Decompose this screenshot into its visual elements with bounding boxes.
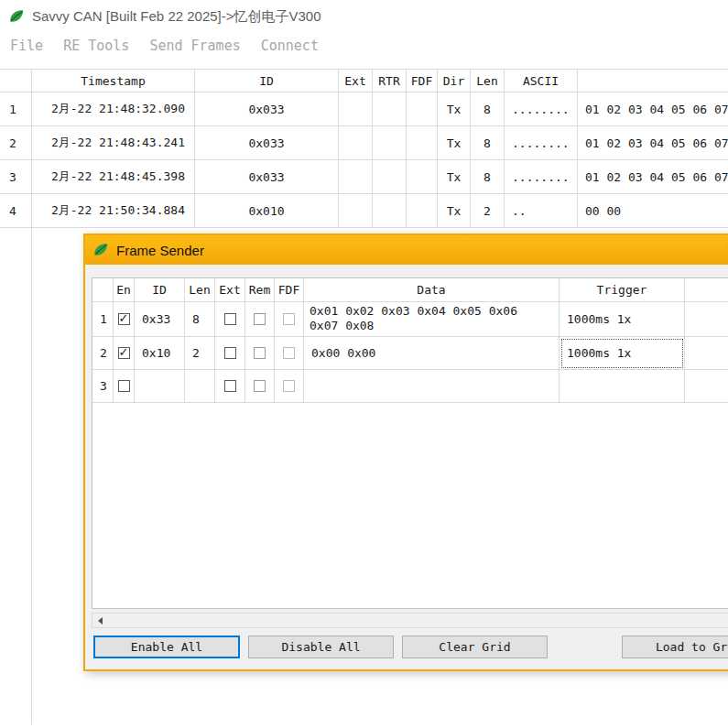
id-cell[interactable]: 0x33 [135,302,185,337]
timestamp-cell[interactable]: 2月-22 21:48:43.241 [32,126,195,160]
extra-cell[interactable] [685,302,728,337]
id-cell[interactable] [135,370,185,403]
extra-cell[interactable] [685,370,728,403]
en-checkbox[interactable] [118,380,130,392]
fdf-checkbox-cell[interactable] [275,370,304,403]
col-header-ascii[interactable]: ASCII [505,70,578,92]
col-header-data[interactable]: Data [304,278,560,302]
len-cell[interactable] [185,370,215,403]
disable-all-button[interactable]: Disable All [248,636,394,658]
col-header-fdf[interactable]: FDF [407,70,438,92]
fdf-checkbox[interactable] [283,347,295,359]
rem-checkbox[interactable] [254,347,266,359]
ascii-cell[interactable]: ........ [505,92,578,126]
ascii-cell[interactable]: ........ [505,160,578,194]
data-bytes-cell[interactable]: 01 02 03 04 05 06 07 0 [578,92,728,126]
fdf-cell[interactable] [407,160,438,194]
rtr-cell[interactable] [373,92,407,126]
ext-cell[interactable] [339,160,373,194]
col-header-rem[interactable]: Rem [245,278,275,302]
data-cell[interactable]: 0x01 0x02 0x03 0x04 0x05 0x06 0x07 0x08 [304,302,560,337]
ext-cell[interactable] [339,194,373,228]
ascii-cell[interactable]: .. [505,194,578,228]
col-header-id[interactable]: ID [135,278,185,302]
fdf-checkbox[interactable] [283,313,295,325]
timestamp-cell[interactable]: 2月-22 21:48:32.090 [32,92,195,126]
frame-sender-titlebar[interactable]: Frame Sender [85,235,728,265]
fdf-checkbox-cell[interactable] [275,337,304,370]
data-bytes-cell[interactable]: 01 02 03 04 05 06 07 0 [578,160,728,194]
col-header-id[interactable]: ID [195,70,339,92]
window-titlebar[interactable]: Savvy CAN [Built Feb 22 2025]->忆创电子V300 [0,0,728,33]
id-cell[interactable]: 0x033 [195,92,339,126]
trigger-cell[interactable] [560,370,685,403]
col-header-extra[interactable] [685,278,728,302]
ext-checkbox-cell[interactable] [215,302,245,337]
ext-checkbox[interactable] [224,313,236,325]
id-cell[interactable]: 0x033 [195,160,339,194]
id-cell[interactable]: 0x033 [195,126,339,160]
load-to-grid-button[interactable]: Load to Gri [622,636,728,658]
len-cell[interactable]: 2 [471,194,505,228]
extra-cell[interactable] [685,337,728,370]
len-cell[interactable]: 8 [471,126,505,160]
dir-cell[interactable]: Tx [438,160,471,194]
enable-all-button[interactable]: Enable All [93,636,240,658]
col-header-data[interactable] [578,70,728,92]
col-header-en[interactable]: En [114,278,135,302]
col-header-dir[interactable]: Dir [438,70,471,92]
rem-checkbox-cell[interactable] [245,302,275,337]
fdf-cell[interactable] [407,126,438,160]
col-header-fdf[interactable]: FDF [275,278,304,302]
timestamp-cell[interactable]: 2月-22 21:50:34.884 [32,194,195,228]
ext-checkbox-cell[interactable] [215,370,245,403]
rtr-cell[interactable] [373,194,407,228]
len-cell[interactable]: 2 [185,337,215,370]
len-cell[interactable]: 8 [185,302,215,337]
clear-grid-button[interactable]: Clear Grid [402,636,548,658]
trigger-cell[interactable]: 1000ms 1x [560,302,685,337]
rtr-cell[interactable] [373,160,407,194]
scroll-left-button[interactable] [92,614,108,627]
fdf-cell[interactable] [407,194,438,228]
data-cell[interactable] [304,370,560,403]
menu-connect[interactable]: Connect [251,36,329,56]
rem-checkbox[interactable] [254,380,266,392]
data-cell[interactable]: 0x00 0x00 [304,337,560,370]
rem-checkbox[interactable] [254,313,266,325]
dir-cell[interactable]: Tx [438,126,471,160]
horizontal-scrollbar[interactable] [92,613,728,628]
col-header-ext[interactable]: Ext [215,278,245,302]
fdf-checkbox[interactable] [283,380,295,392]
menu-file[interactable]: File [0,36,53,56]
menu-re-tools[interactable]: RE Tools [53,36,139,56]
timestamp-cell[interactable]: 2月-22 21:48:45.398 [32,160,195,194]
ext-checkbox-cell[interactable] [215,337,245,370]
ext-checkbox[interactable] [224,347,236,359]
menu-send-frames[interactable]: Send Frames [139,36,250,56]
dir-cell[interactable]: Tx [438,92,471,126]
en-checkbox-cell[interactable] [114,337,135,370]
len-cell[interactable]: 8 [471,160,505,194]
ext-checkbox[interactable] [224,380,236,392]
col-header-trigger[interactable]: Trigger [560,278,685,302]
data-bytes-cell[interactable]: 00 00 [578,194,728,228]
col-header-len[interactable]: Len [185,278,215,302]
col-header-timestamp[interactable]: Timestamp [32,70,195,92]
fdf-cell[interactable] [407,92,438,126]
en-checkbox[interactable] [118,313,130,325]
en-checkbox-cell[interactable] [114,370,135,403]
trigger-cell-focused[interactable]: 1000ms 1x [560,337,685,370]
id-cell[interactable]: 0x010 [195,194,339,228]
fdf-checkbox-cell[interactable] [275,302,304,337]
col-header-len[interactable]: Len [471,70,505,92]
en-checkbox[interactable] [118,347,130,359]
ext-cell[interactable] [339,92,373,126]
ext-cell[interactable] [339,126,373,160]
col-header-rtr[interactable]: RTR [373,70,407,92]
rem-checkbox-cell[interactable] [245,337,275,370]
dir-cell[interactable]: Tx [438,194,471,228]
rtr-cell[interactable] [373,126,407,160]
ascii-cell[interactable]: ........ [505,126,578,160]
col-header-ext[interactable]: Ext [339,70,373,92]
